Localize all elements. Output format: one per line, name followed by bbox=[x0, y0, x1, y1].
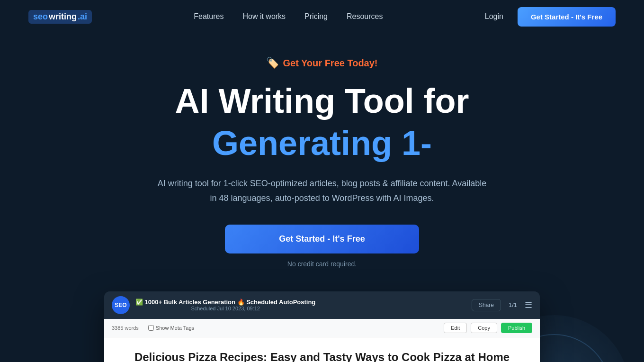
badge-icon: 🏷️ bbox=[266, 57, 279, 69]
hero-cta-button[interactable]: Get Started - It's Free bbox=[225, 225, 419, 253]
hero-description: AI writing tool for 1-click SEO-optimize… bbox=[156, 176, 488, 205]
nav-link-features[interactable]: Features bbox=[194, 12, 224, 20]
article-body-title: Delicious Pizza Recipes: Easy and Tasty … bbox=[121, 351, 523, 362]
article-toolbar: 3385 words Show Meta Tags Edit Copy Publ… bbox=[104, 319, 540, 337]
video-title-text: ✅ 1000+ Bulk Articles Generation 🔥 Sched… bbox=[135, 299, 315, 306]
badge-text: Get Your Free Today! bbox=[283, 58, 377, 69]
hero-title-line1: AI Writing Tool for bbox=[175, 82, 469, 120]
words-count: 3385 words bbox=[112, 325, 139, 331]
article-body: Delicious Pizza Recipes: Easy and Tasty … bbox=[104, 337, 540, 362]
logo-seo: seo bbox=[33, 12, 48, 22]
hero-title-line2: Generating 1- bbox=[212, 125, 432, 162]
nav-link-resources[interactable]: Resources bbox=[347, 12, 383, 20]
video-bar: SEO ✅ 1000+ Bulk Articles Generation 🔥 S… bbox=[104, 291, 540, 319]
demo-container: SEO ✅ 1000+ Bulk Articles Generation 🔥 S… bbox=[28, 291, 616, 362]
no-credit-text: No credit card required. bbox=[287, 260, 357, 268]
demo-video-wrapper: SEO ✅ 1000+ Bulk Articles Generation 🔥 S… bbox=[104, 291, 540, 362]
video-title-group: ✅ 1000+ Bulk Articles Generation 🔥 Sched… bbox=[135, 299, 315, 311]
publish-button[interactable]: Publish bbox=[501, 323, 532, 333]
article-toolbar-right: Edit Copy Publish bbox=[444, 323, 532, 333]
video-pagination: 1/1 bbox=[509, 301, 517, 308]
edit-button[interactable]: Edit bbox=[444, 323, 467, 333]
show-meta-checkbox[interactable] bbox=[148, 325, 154, 331]
hero-section: 🏷️ Get Your Free Today! AI Writing Tool … bbox=[0, 33, 644, 362]
nav-right: Login Get Started - It's Free bbox=[485, 7, 616, 27]
logo-writing: writing bbox=[49, 12, 77, 22]
copy-button[interactable]: Copy bbox=[471, 323, 497, 333]
logo[interactable]: seowriting.ai bbox=[28, 10, 92, 24]
video-bar-left: SEO ✅ 1000+ Bulk Articles Generation 🔥 S… bbox=[112, 296, 315, 314]
video-bar-right: Share 1/1 ☰ bbox=[472, 299, 532, 311]
nav-links: Features How it works Pricing Resources bbox=[194, 12, 383, 21]
video-date-text: Scheduled Jul 10 2023, 09:12 bbox=[135, 306, 315, 311]
menu-icon[interactable]: ☰ bbox=[525, 300, 532, 310]
video-avatar: SEO bbox=[112, 296, 130, 314]
nav-cta-button[interactable]: Get Started - It's Free bbox=[518, 7, 616, 27]
share-button[interactable]: Share bbox=[472, 299, 501, 311]
navbar: seowriting.ai Features How it works Pric… bbox=[0, 0, 644, 33]
nav-link-how-it-works[interactable]: How it works bbox=[242, 12, 286, 20]
show-meta-label[interactable]: Show Meta Tags bbox=[148, 325, 194, 331]
logo-ai: .ai bbox=[78, 12, 87, 22]
login-link[interactable]: Login bbox=[485, 12, 503, 21]
hero-badge: 🏷️ Get Your Free Today! bbox=[266, 57, 377, 69]
nav-link-pricing[interactable]: Pricing bbox=[304, 12, 328, 20]
